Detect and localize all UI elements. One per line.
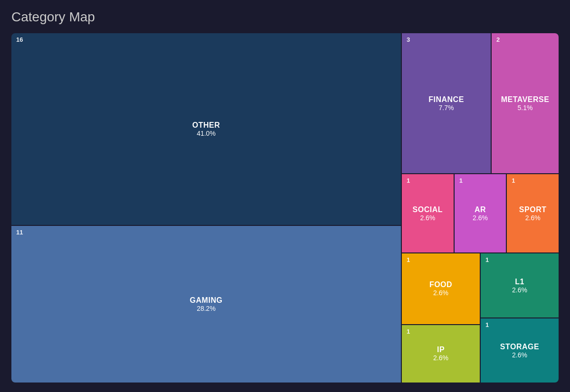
gaming-value: 28.2%	[197, 305, 216, 312]
l1-cell: 1 L1 2.6%	[481, 253, 559, 317]
l1-value: 2.6%	[512, 286, 527, 294]
finance-value: 7.7%	[439, 104, 454, 112]
right-column: 3 FINANCE 7.7% 2 METAVERSE 5.1% 1 SOCIAL…	[402, 33, 559, 383]
metaverse-label: METAVERSE	[501, 95, 550, 104]
food-cell: 1 FOOD 2.6%	[402, 253, 480, 324]
right-bottom-row: 1 FOOD 2.6% 1 IP 2.6% 1 L1 2.6% 1	[402, 253, 559, 383]
ar-cell: 1 AR 2.6%	[455, 174, 506, 252]
chart-title: Category Map	[11, 9, 559, 25]
social-cell: 1 SOCIAL 2.6%	[402, 174, 454, 252]
social-value: 2.6%	[420, 214, 435, 222]
gaming-label: GAMING	[190, 296, 223, 305]
social-count: 1	[407, 177, 410, 184]
ip-count: 1	[407, 328, 410, 335]
right-mid-row: 1 SOCIAL 2.6% 1 AR 2.6% 1 SPORT 2.6%	[402, 174, 559, 252]
ar-count: 1	[459, 177, 463, 184]
other-label: OTHER	[192, 121, 220, 130]
storage-cell: 1 STORAGE 2.6%	[481, 318, 559, 383]
gaming-cell: 11 GAMING 28.2%	[11, 226, 401, 383]
metaverse-cell: 2 METAVERSE 5.1%	[492, 33, 559, 173]
food-label: FOOD	[429, 280, 452, 289]
l1-label: L1	[515, 278, 524, 286]
social-label: SOCIAL	[413, 205, 443, 214]
treemap: 16 OTHER 41.0% 11 GAMING 28.2% 3 FINANCE…	[11, 33, 559, 383]
ip-value: 2.6%	[433, 354, 448, 362]
sport-label: SPORT	[519, 205, 547, 214]
other-cell: 16 OTHER 41.0%	[11, 33, 401, 225]
sport-count: 1	[512, 177, 515, 184]
finance-count: 3	[407, 36, 410, 43]
left-column: 16 OTHER 41.0% 11 GAMING 28.2%	[11, 33, 401, 383]
storage-count: 1	[485, 321, 489, 328]
l1-count: 1	[485, 256, 489, 263]
right-top-row: 3 FINANCE 7.7% 2 METAVERSE 5.1%	[402, 33, 559, 173]
finance-label: FINANCE	[428, 95, 464, 104]
food-col: 1 FOOD 2.6% 1 IP 2.6%	[402, 253, 480, 383]
storage-label: STORAGE	[500, 343, 539, 351]
metaverse-count: 2	[496, 36, 500, 43]
ar-label: AR	[475, 205, 486, 214]
finance-cell: 3 FINANCE 7.7%	[402, 33, 491, 173]
gaming-count: 11	[16, 229, 23, 236]
storage-value: 2.6%	[512, 351, 527, 359]
metaverse-value: 5.1%	[518, 104, 533, 112]
sport-value: 2.6%	[525, 214, 541, 222]
food-count: 1	[407, 256, 410, 263]
food-value: 2.6%	[433, 289, 448, 297]
other-value: 41.0%	[197, 130, 216, 137]
ip-cell: 1 IP 2.6%	[402, 325, 480, 383]
sport-cell: 1 SPORT 2.6%	[507, 174, 559, 252]
ip-label: IP	[437, 345, 445, 354]
other-count: 16	[16, 36, 23, 43]
l1-storage-col: 1 L1 2.6% 1 STORAGE 2.6%	[481, 253, 559, 383]
ar-value: 2.6%	[473, 214, 488, 222]
